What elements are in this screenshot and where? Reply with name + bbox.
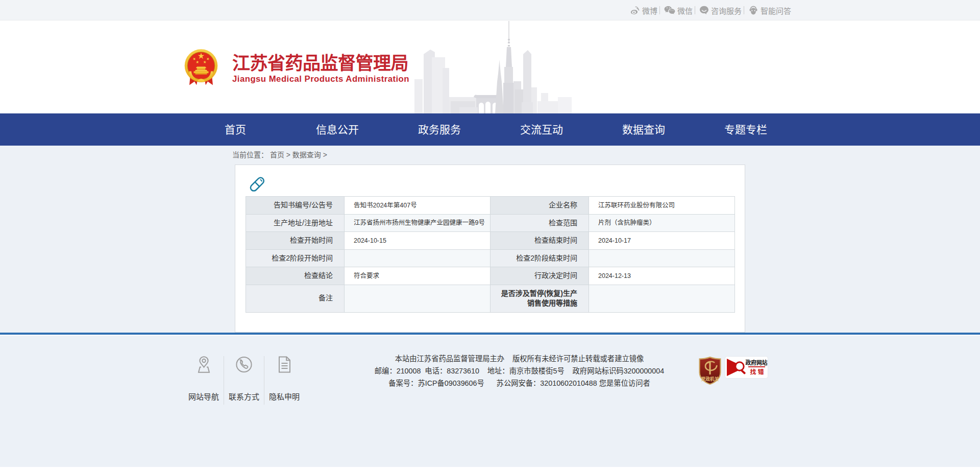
svg-text:政府网站: 政府网站 — [745, 359, 767, 366]
svg-text:找 错: 找 错 — [750, 368, 764, 376]
svg-text:党政机关: 党政机关 — [701, 376, 719, 382]
